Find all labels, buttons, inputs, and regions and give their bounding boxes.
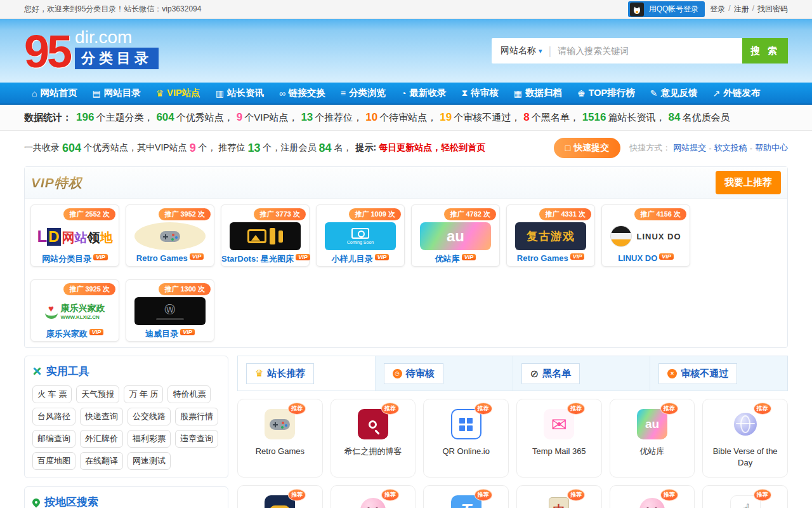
useful-tools-box: 实用工具 火 车 票 天气预报 万 年 历 特价机票 台风路径 快递查询 公交线… (24, 356, 228, 478)
vip-card-wangzhan-fenlei[interactable]: 推广 2552 次 LD网站领地 网站分类目录VIP (30, 204, 119, 267)
trophy-icon: ♚ (577, 88, 586, 98)
fugu-youxi-logo: 复古游戏 (515, 222, 586, 250)
tab-blacklist[interactable]: ⊘ 黑名单 (521, 363, 580, 384)
promo-count-badge: 推广 3925 次 (63, 283, 115, 295)
vip-card-kanglexing[interactable]: 推广 3925 次 ♥康乐兴家政WWW.KLXIZ.CN 康乐兴家政VIP (30, 279, 119, 342)
nav-webmaster-news[interactable]: ▥站长资讯 (208, 83, 272, 104)
nav-pending-review[interactable]: ⧗待审核 (454, 83, 506, 104)
register-link[interactable]: 注册 (734, 4, 749, 15)
crown-icon: ♛ (156, 88, 164, 98)
search-input[interactable] (551, 46, 742, 56)
crown-icon: ♛ (255, 368, 263, 379)
get-recommended-button[interactable]: 我要上推荐 (716, 171, 781, 194)
vip-card-retro-games-2[interactable]: 推广 4331 次 复古游戏 Retro GamesVIP (506, 204, 595, 267)
vip-card-list: 推广 2552 次 LD网站领地 网站分类目录VIP 推广 3952 次 Ret… (25, 199, 787, 347)
vip-section: VIP特权 我要上推荐 推广 2552 次 LD网站领地 网站分类目录VIP 推… (24, 166, 788, 348)
nav-vip-sites[interactable]: ♛VIP站点 (148, 83, 208, 104)
site-card-qr-online[interactable]: 推荐 QR Online.io (423, 399, 509, 478)
tool-typhoon-path[interactable]: 台风路径 (32, 408, 75, 425)
clock-icon: ◔ (401, 88, 406, 98)
tool-zipcode[interactable]: 邮编查询 (32, 430, 75, 448)
account-links: 登录 / 注册 / 找回密码 (710, 4, 788, 15)
tool-baidu-maps[interactable]: 百度地图 (32, 452, 75, 470)
nav-top-ranking[interactable]: ♚TOP排行榜 (570, 83, 643, 104)
stat-recommend-slots: 13个推荐位， (299, 111, 362, 124)
prohibit-icon: ⊘ (530, 368, 539, 380)
vip-card-xiaoyanger[interactable]: 推广 1009 次 Coming Soon 小样儿目录VIP (316, 204, 405, 267)
tool-lottery[interactable]: 福利彩票 (128, 430, 171, 448)
home-icon: ⌂ (32, 88, 37, 98)
region-title: 按地区搜索 (44, 495, 98, 508)
promo-count-badge: 推广 3952 次 (159, 208, 211, 220)
tool-forex[interactable]: 外汇牌价 (80, 430, 123, 448)
stat-pending: 10个待审站点， (363, 111, 436, 124)
camera-icon (351, 228, 369, 239)
quick-submit-button[interactable]: □ 快速提交 (554, 138, 620, 158)
promo-count-badge: 推广 4156 次 (634, 208, 686, 220)
tool-translate[interactable]: 在线翻译 (80, 452, 123, 470)
stat-rejected: 19个审核不通过， (438, 111, 520, 124)
site-logo[interactable]: 95 dir.com 分类目录 (24, 29, 159, 73)
tab-webmaster-recommended[interactable]: ♛ 站长推荐 (246, 363, 314, 384)
tool-traffic-violation[interactable]: 违章查询 (175, 430, 218, 448)
link-icon: ∞ (279, 88, 285, 98)
tab-pending-review[interactable]: ◷ 待审核 (384, 363, 443, 384)
vip-card-youzhanku[interactable]: 推广 4782 次 au 优站库VIP (411, 204, 500, 267)
site-card-retro-games-1[interactable]: 推荐 Retro Games (237, 399, 323, 478)
recommend-badge: 推荐 (475, 489, 492, 501)
tool-calendar[interactable]: 万 年 历 (124, 385, 163, 403)
tool-speed-test[interactable]: 网速测试 (128, 452, 171, 470)
vip-card-diwei[interactable]: 推广 1300 次 Ⓦ 迪威目录VIP (126, 279, 214, 342)
tool-express-tracking[interactable]: 快递查询 (80, 408, 123, 425)
nav-outlink-publish[interactable]: ↗外链发布 (705, 83, 768, 104)
vip-card-stardots[interactable]: 推广 3773 次 StarDots: 星光图床VIP (221, 204, 310, 267)
notice-member-count: 84 (319, 142, 332, 155)
nav-category-browse[interactable]: ≡分类浏览 (333, 83, 393, 104)
nav-home[interactable]: ⌂网站首页 (24, 83, 84, 104)
tool-weather[interactable]: 天气预报 (76, 385, 119, 403)
vip-chip: VIP (190, 253, 204, 260)
envelope-icon: ✉ (544, 409, 574, 439)
ld-site-logo: LD网站领地 (37, 227, 112, 246)
nav-data-archive[interactable]: ▦数据归档 (506, 83, 570, 104)
hourglass-icon: ⧗ (462, 88, 468, 98)
nav-link-exchange[interactable]: ∞链接交换 (272, 83, 333, 104)
nav-directory[interactable]: ▤网站目录 (84, 83, 148, 104)
article-submit-link[interactable]: 软文投稿 (714, 142, 747, 154)
nav-latest[interactable]: ◔最新收录 (393, 83, 454, 104)
tool-stock-quotes[interactable]: 股票行情 (175, 408, 218, 425)
promo-count-badge: 推广 2552 次 (63, 208, 115, 220)
vip-chip: VIP (296, 254, 310, 260)
site-card-tiktok-douga[interactable]: 推荐 TikTok動画保存 (331, 485, 416, 508)
site-card-manus[interactable]: 推荐 ☝ Manus (702, 485, 788, 508)
vip-card-retro-games-1[interactable]: 推广 3952 次 Retro GamesVIP (126, 204, 214, 267)
feedback-icon: ✎ (650, 88, 658, 98)
login-link[interactable]: 登录 (710, 4, 725, 15)
site-card-temp-mail[interactable]: 推荐 ✉ Temp Mail 365 (516, 399, 602, 478)
search-bar: 网站名称 ▾ | 搜 索 (492, 38, 788, 64)
help-center-link[interactable]: 帮助中心 (755, 142, 788, 154)
qq-login-button[interactable]: 用QQ帐号登录 (628, 1, 705, 17)
site-card-youzhanku[interactable]: 推荐 au 优站库 (610, 399, 695, 478)
diwei-logo: Ⓦ (134, 297, 206, 325)
vip-card-linuxdo[interactable]: 推广 4156 次 LINUX DO LINUX DOVIP (601, 204, 690, 267)
site-card-xiren-blog[interactable]: 推荐 希仁之拥的博客 (331, 399, 416, 478)
submit-site-link[interactable]: 网站提交 (673, 142, 706, 154)
nav-feedback[interactable]: ✎意见反馈 (643, 83, 705, 104)
forgot-password-link[interactable]: 找回密码 (757, 4, 788, 15)
promo-count-badge: 推广 4782 次 (444, 208, 496, 220)
search-button[interactable]: 搜 索 (742, 38, 788, 64)
au-gradient-logo: au (420, 222, 491, 250)
tool-cheap-flights[interactable]: 特价机票 (167, 385, 211, 403)
kanglexing-logo: ♥康乐兴家政WWW.KLXIZ.CN (45, 303, 105, 320)
site-card-twitter-downloader[interactable]: 推荐 T Twitter Video Downloader (423, 485, 509, 508)
site-card-shanghai-game[interactable]: 推荐 中 上海ゲーム無料プレイ (516, 485, 602, 508)
tab-review-failed[interactable]: × 审核不通过 (658, 363, 737, 384)
site-card-tiktok-emojis[interactable]: 推荐 TikTok Emojis Guide (610, 485, 695, 508)
tool-train-tickets[interactable]: 火 车 票 (32, 385, 72, 403)
tool-bus-routes[interactable]: 公交线路 (128, 408, 171, 425)
site-card-bible-verse[interactable]: 推荐 Bible Verse of the Day (702, 399, 788, 478)
camera-logo: Coming Soon (325, 222, 396, 250)
search-category-select[interactable]: 网站名称 ▾ (492, 45, 549, 57)
site-card-retro-games-2[interactable]: 推荐 Retro Games (237, 485, 323, 508)
